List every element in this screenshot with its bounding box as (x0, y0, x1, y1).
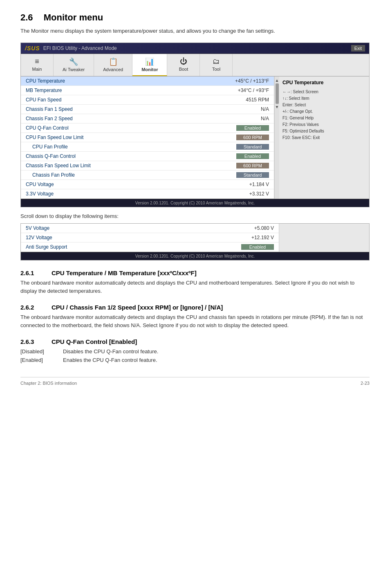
boot-icon: ⏻ (180, 57, 187, 66)
monitor-row-value-4: N/A (261, 116, 269, 121)
tool-icon: 🗂 (213, 57, 220, 66)
subsection-0: 2.6.1CPU Temperature / MB Temperature [x… (20, 269, 370, 295)
bios-main: CPU Temperature+45°C / +113°FMB Temperat… (21, 76, 274, 199)
bios-main2: 5V Voltage+5.080 V12V Voltage+12.192 VAn… (21, 224, 279, 252)
monitor-row-10: Chassis Fan ProfileStandard (21, 171, 274, 180)
scroll-down-arrow[interactable]: ▼ (275, 105, 279, 109)
help-line: F5: Optimized Defaults (282, 128, 366, 135)
monitor-row-value-11: +1.184 V (249, 182, 269, 187)
monitor-row-value-6[interactable]: 600 RPM (236, 135, 269, 140)
monitor-row-label-3: Chassis Fan 1 Speed (26, 106, 261, 112)
monitor-row-value-9[interactable]: 600 RPM (236, 163, 269, 168)
advanced-icon: 📋 (109, 57, 118, 66)
subsection-heading-0: CPU Temperature / MB Temperature [xxxºC/… (52, 269, 197, 276)
subsection-num-2: 2.6.3 (20, 338, 45, 345)
monitor-row2-label-0: 5V Voltage (26, 225, 254, 231)
monitor-row-label-1: MB Temperature (26, 88, 238, 93)
monitor-row-label-11: CPU Voltage (26, 182, 249, 187)
monitor-row-label-8: Chassis Q-Fan Control (26, 153, 236, 159)
bios-footer2: Version 2.00.1201. Copyright (C) 2010 Am… (21, 252, 369, 260)
footer-left: Chapter 2: BIOS information (20, 381, 77, 386)
monitor-row2-label-2: Anti Surge Support (26, 244, 241, 250)
monitor-row-label-7: CPU Fan Profile (26, 144, 236, 150)
nav-monitor-label: Monitor (141, 67, 158, 72)
monitor-row-label-0: CPU Temperature (26, 78, 235, 84)
help-line: ←→: Select Screen (282, 89, 366, 95)
monitor-row-value-5[interactable]: Enabled (236, 125, 269, 131)
subsection-heading-1: CPU / Chassis Fan 1/2 Speed [xxxx RPM] o… (52, 304, 223, 311)
monitor-row-5: CPU Q-Fan ControlEnabled (21, 123, 274, 133)
monitor-row-value-3: N/A (261, 106, 269, 112)
bios-nav: ≡ Main 🔧 Ai Tweaker 📋 Advanced 📊 Monitor… (21, 54, 369, 76)
sidebar-title: CPU Temperature (282, 80, 366, 85)
subsection-num-0: 2.6.1 (20, 269, 45, 276)
nav-ai-tweaker[interactable]: 🔧 Ai Tweaker (54, 54, 94, 76)
help-text: ←→: Select Screen↑↓: Select ItemEnter: S… (282, 89, 366, 141)
bios-titlebar-left: /SUS EFI BIOS Utility - Advanced Mode (25, 45, 117, 52)
option-val: Enables the CPU Q-Fan control feature. (63, 356, 157, 365)
subsection-2: 2.6.3CPU Q-Fan Control [Enabled][Disable… (20, 338, 370, 365)
nav-main-label: Main (32, 67, 42, 72)
bios-content2: 5V Voltage+5.080 V12V Voltage+12.192 VAn… (21, 224, 369, 252)
nav-boot[interactable]: ⏻ Boot (167, 54, 200, 76)
nav-advanced[interactable]: 📋 Advanced (94, 54, 132, 76)
subsection-num-1: 2.6.2 (20, 304, 45, 311)
nav-tool[interactable]: 🗂 Tool (200, 54, 233, 76)
monitor-row-value-1: +34°C / +93°F (238, 88, 269, 93)
monitor-row-label-12: 3.3V Voltage (26, 191, 249, 197)
exit-button[interactable]: Exit (351, 45, 365, 52)
monitor-row-8: Chassis Q-Fan ControlEnabled (21, 152, 274, 161)
scroll-thumb (276, 83, 279, 104)
page-footer: Chapter 2: BIOS information 2-23 (20, 377, 370, 386)
monitor-row-label-5: CPU Q-Fan Control (26, 125, 236, 131)
monitor-row2-label-1: 12V Voltage (26, 235, 251, 240)
monitor-row-value-10[interactable]: Standard (236, 172, 269, 178)
monitor-row-label-9: Chassis Fan Speed Low Limit (26, 163, 236, 168)
monitor-row2-1: 12V Voltage+12.192 V (21, 233, 279, 242)
nav-tool-label: Tool (212, 67, 220, 72)
nav-boot-label: Boot (179, 67, 188, 72)
subsection-heading-2: CPU Q-Fan Control [Enabled] (52, 338, 137, 345)
bios-titlebar: /SUS EFI BIOS Utility - Advanced Mode Ex… (21, 43, 369, 54)
subsection-desc-1: The onboard hardware monitor automatical… (20, 313, 370, 329)
nav-main[interactable]: ≡ Main (21, 54, 54, 76)
monitor-row2-0: 5V Voltage+5.080 V (21, 224, 279, 233)
monitor-row-7: CPU Fan ProfileStandard (21, 142, 274, 152)
monitor-row-0: CPU Temperature+45°C / +113°F (21, 76, 274, 86)
bios-sidebar: CPU Temperature ←→: Select Screen↑↓: Sel… (279, 76, 369, 199)
monitor-row2-2: Anti Surge SupportEnabled (21, 242, 279, 252)
nav-advanced-label: Advanced (103, 67, 123, 72)
nav-ai-tweaker-label: Ai Tweaker (63, 67, 85, 72)
option-row-2-1: [Enabled]Enables the CPU Q-Fan control f… (20, 356, 370, 365)
bios-title-text: EFI BIOS Utility - Advanced Mode (43, 45, 117, 51)
nav-monitor[interactable]: 📊 Monitor (132, 54, 167, 76)
scroll-up-arrow[interactable]: ▲ (275, 78, 279, 83)
monitor-row-1: MB Temperature+34°C / +93°F (21, 86, 274, 95)
monitor-icon: 📊 (145, 57, 154, 66)
monitor-row-value-12: +3.312 V (249, 191, 269, 197)
monitor-row-11: CPU Voltage+1.184 V (21, 180, 274, 189)
monitor-row-label-4: Chassis Fan 2 Speed (26, 116, 261, 121)
section-desc: The Monitor menu displays the system tem… (20, 27, 370, 35)
monitor-row-value-8[interactable]: Enabled (236, 153, 269, 159)
monitor-row-4: Chassis Fan 2 SpeedN/A (21, 114, 274, 123)
monitor-row-value-7[interactable]: Standard (236, 144, 269, 150)
option-list-2: [Disabled]Disables the CPU Q-Fan control… (20, 348, 370, 365)
help-line: Enter: Select (282, 102, 366, 108)
option-row-2-0: [Disabled]Disables the CPU Q-Fan control… (20, 348, 370, 356)
monitor-row-label-2: CPU Fan Speed (26, 97, 246, 103)
option-key: [Enabled] (20, 356, 53, 365)
bios-window-main: /SUS EFI BIOS Utility - Advanced Mode Ex… (20, 43, 370, 207)
asus-logo: /SUS (25, 45, 40, 52)
footer-right: 2-23 (361, 381, 370, 386)
monitor-row-value-0: +45°C / +113°F (235, 78, 269, 84)
monitor-row-6: CPU Fan Speed Low Limit600 RPM (21, 133, 274, 142)
scroll-label: Scroll down to display the following ite… (20, 212, 370, 220)
monitor-row2-value-2[interactable]: Enabled (241, 244, 274, 250)
help-line: ↑↓: Select Item (282, 95, 366, 102)
help-line: F10: Save ESC: Exit (282, 135, 366, 141)
bios-content: CPU Temperature+45°C / +113°FMB Temperat… (21, 76, 369, 199)
subsection-title-2: 2.6.3CPU Q-Fan Control [Enabled] (20, 338, 370, 345)
bios-sidebar2 (279, 224, 369, 252)
monitor-row-9: Chassis Fan Speed Low Limit600 RPM (21, 161, 274, 171)
